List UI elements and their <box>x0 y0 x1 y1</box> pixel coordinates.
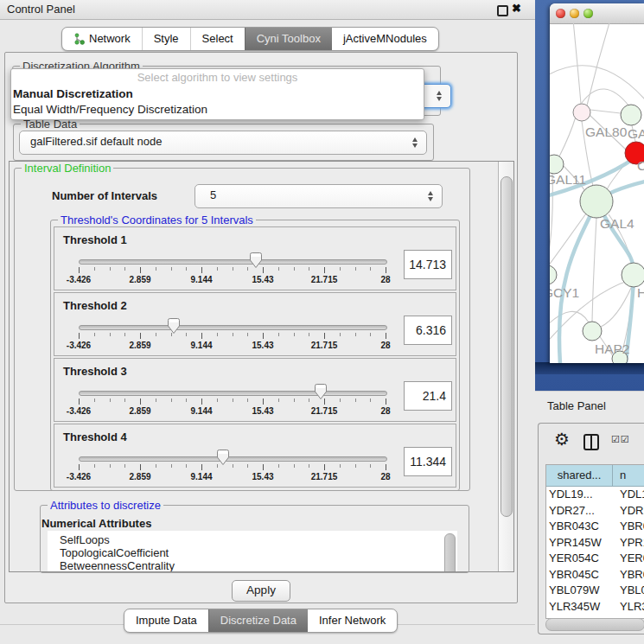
tick-minor <box>124 267 125 271</box>
control-panel-title: Control Panel <box>7 3 75 16</box>
network-view-window[interactable]: GAL80GACGAL11GAL4GCY1HHAP2 <box>550 3 644 363</box>
attribute-item-topologicalcoefficient[interactable]: TopologicalCoefficient <box>48 546 457 559</box>
network-window-titlebar[interactable] <box>550 3 644 24</box>
checkbox-icons[interactable]: ☑☑ <box>611 434 630 445</box>
table-row-ydl19[interactable]: YDL19...YDL1 <box>546 487 644 503</box>
tab-style[interactable]: Style <box>142 28 190 50</box>
attribute-item-selfloops[interactable]: SelfLoops <box>48 531 457 546</box>
table-row-ybr045c[interactable]: YBR045CYBR0 <box>546 567 644 583</box>
tick-major <box>263 464 264 470</box>
tab-network[interactable]: Network <box>62 28 142 50</box>
tick-minor <box>94 267 95 271</box>
tick-major <box>263 399 264 405</box>
tab-infer-network[interactable]: Infer Network <box>308 609 397 632</box>
close-panel-icon[interactable]: ✖ <box>512 2 521 15</box>
network-edge[interactable] <box>573 23 581 104</box>
network-edge[interactable] <box>592 218 596 322</box>
network-edge[interactable] <box>550 174 552 265</box>
table-row-ydr27[interactable]: YDR27...YDR2 <box>546 503 644 520</box>
cell-name: YBR0 <box>620 519 644 535</box>
node-label-gcy1: GCY1 <box>550 285 579 300</box>
dropdown-item-manual-discretization[interactable]: Manual Discretization <box>11 86 424 102</box>
threshold-value-field[interactable]: 14.713 <box>404 250 452 279</box>
tick-major <box>201 464 202 470</box>
tick-major <box>79 399 80 405</box>
network-node[interactable] <box>550 265 557 284</box>
network-edge[interactable] <box>601 286 632 327</box>
network-node[interactable] <box>550 155 564 174</box>
dropdown-item-equal-width-frequency[interactable]: Equal Width/Frequency Discretization <box>11 102 424 118</box>
column-header-shared-name[interactable]: shared... <box>546 465 613 487</box>
network-edge[interactable] <box>550 311 589 328</box>
tick-label: -3.426 <box>67 406 91 416</box>
network-icon <box>73 33 85 45</box>
tick-minor <box>186 333 187 336</box>
network-edge[interactable] <box>590 110 621 113</box>
table-row-ybl079w[interactable]: YBL079WYBL0 <box>546 583 644 599</box>
tick-major <box>79 267 80 273</box>
table-row-ybr043c[interactable]: YBR043CYBR0 <box>546 519 644 535</box>
table-data-combobox[interactable]: galFiltered.sif default node <box>19 131 427 155</box>
network-node[interactable] <box>622 263 644 287</box>
cell-shared-name: YBR043C <box>549 519 599 535</box>
tick-minor <box>355 333 356 336</box>
slider-track[interactable] <box>79 325 387 330</box>
network-canvas[interactable]: GAL80GACGAL11GAL4GCY1HHAP2 <box>550 23 644 363</box>
tick-label: 9.144 <box>190 406 212 416</box>
tab-jactivemnodules[interactable]: jActiveMNodules <box>332 28 438 50</box>
slider-thumb[interactable] <box>314 383 328 400</box>
slider-track[interactable] <box>79 259 387 265</box>
column-header-name[interactable]: n <box>613 465 644 487</box>
slider-ticks <box>79 333 386 341</box>
cell-shared-name: YBL079W <box>549 583 600 599</box>
slider-thumb[interactable] <box>167 317 181 335</box>
node-label-ga: GA <box>628 126 644 141</box>
traffic-light-zoom[interactable] <box>583 9 593 18</box>
tab-select[interactable]: Select <box>190 28 245 50</box>
traffic-light-minimize[interactable] <box>570 9 579 18</box>
slider-thumb[interactable] <box>216 449 230 466</box>
tab-discretize-data[interactable]: Discretize Data <box>208 609 308 632</box>
list-scrollbar-thumb[interactable] <box>444 533 456 571</box>
traffic-light-close[interactable] <box>556 9 565 18</box>
threshold-value-field[interactable]: 11.344 <box>404 447 452 476</box>
columns-icon[interactable] <box>583 434 599 450</box>
apply-button[interactable]: Apply <box>232 580 290 602</box>
slider-track[interactable] <box>79 391 387 396</box>
tick-label: 28 <box>380 341 390 350</box>
network-edge[interactable] <box>550 66 644 99</box>
network-node[interactable] <box>573 104 590 121</box>
threshold-title: Threshold 3 <box>63 365 127 378</box>
tick-major <box>140 267 141 273</box>
slider-track[interactable] <box>79 456 387 462</box>
gear-icon[interactable]: ⚙ <box>554 429 570 450</box>
network-node[interactable] <box>580 185 613 218</box>
horizontal-scrollbar-thumb[interactable] <box>545 618 644 631</box>
tick-label: 9.144 <box>190 341 212 350</box>
table-row-ylr345w[interactable]: YLR345WYLR3 <box>546 599 644 615</box>
node-label-c: C <box>637 158 644 173</box>
attribute-item-betweennesscentrality[interactable]: BetweennessCentrality <box>48 559 457 571</box>
tick-label: 9.144 <box>190 472 212 481</box>
slider-thumb[interactable] <box>249 252 263 269</box>
float-panel-icon[interactable] <box>497 5 508 16</box>
tick-minor <box>171 267 172 271</box>
number-of-intervals-combobox[interactable]: 5 <box>194 184 443 208</box>
vertical-scrollbar[interactable] <box>498 162 513 571</box>
vertical-scrollbar-thumb[interactable] <box>501 176 513 517</box>
threshold-value-field[interactable]: 6.316 <box>404 316 452 345</box>
number-of-intervals-value: 5 <box>210 185 216 206</box>
table-row-yer054c[interactable]: YER054CYER0 <box>546 551 644 567</box>
table-row-ypr145w[interactable]: YPR145WYPR1 <box>546 535 644 552</box>
tab-cyni-toolbox[interactable]: Cyni Toolbox <box>245 28 332 50</box>
threshold-value-field[interactable]: 21.4 <box>404 381 452 411</box>
tick-major <box>263 267 264 273</box>
network-edge[interactable] <box>559 117 576 156</box>
network-node[interactable] <box>583 322 602 341</box>
table-panel-title: Table Panel <box>547 399 606 412</box>
network-node[interactable] <box>621 105 641 125</box>
tick-minor <box>94 333 95 336</box>
tab-impute-data[interactable]: Impute Data <box>124 609 208 632</box>
tick-minor <box>233 399 233 402</box>
node-label-gal4: GAL4 <box>600 216 634 231</box>
